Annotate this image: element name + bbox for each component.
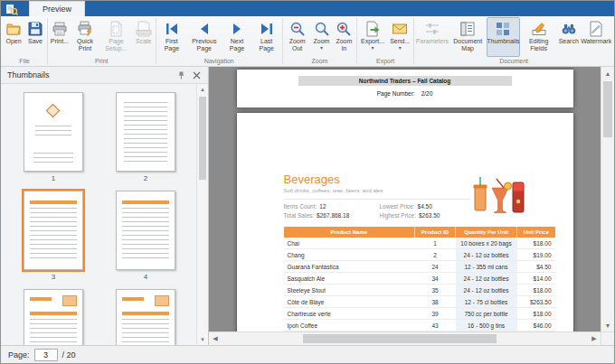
- table-cell: Chai: [284, 238, 415, 249]
- page-number-label: Page Number:: [377, 90, 415, 97]
- table-cell: 12 - 75 cl bottles: [456, 296, 517, 308]
- send-label: Send...: [390, 38, 410, 45]
- editing-fields-button[interactable]: Editing Fields: [520, 17, 557, 57]
- parameters-button[interactable]: Parameters: [415, 17, 449, 57]
- last-page-button[interactable]: Last Page: [252, 17, 281, 57]
- thumbnail-page-number: 3: [52, 273, 55, 281]
- scroll-up-arrow[interactable]: ▲: [197, 84, 208, 95]
- parameters-label: Parameters: [416, 38, 449, 45]
- parameters-icon: [424, 21, 440, 37]
- zoom-in-button[interactable]: Zoom In: [333, 17, 356, 57]
- watermark-label: Watermark: [581, 38, 611, 45]
- table-cell: $18.00: [517, 285, 555, 296]
- table-row: Steeleye Stout3524 - 12 oz bottles$18.00: [284, 285, 555, 296]
- table-cell: $18.00: [517, 308, 555, 320]
- table-row: Guaraná Fantástica2412 - 355 ml cans$4.5…: [284, 261, 555, 273]
- table-row: Ipoh Coffee4316 - 500 g tins$46.00: [284, 320, 555, 331]
- editing-fields-label: Editing Fields: [523, 38, 554, 52]
- thumbnail-item: 4: [116, 191, 175, 281]
- thumbnail-page-4[interactable]: [116, 191, 175, 270]
- search-button[interactable]: Search: [557, 17, 580, 57]
- table-cell: 39: [415, 308, 456, 320]
- scroll-down-arrow[interactable]: ▼: [197, 334, 208, 345]
- first-page-label: First Page: [160, 38, 184, 52]
- column-header: Product Name: [284, 227, 415, 238]
- thumbnails-scrollbar[interactable]: ▲ ▼: [196, 84, 208, 345]
- table-cell: Chartreuse verte: [284, 308, 415, 320]
- category-subtitle: Soft drinks, coffees, teas, beers, and a…: [284, 188, 470, 193]
- quick-print-button[interactable]: Quick Print: [71, 17, 99, 57]
- print-label: Print...: [51, 38, 69, 45]
- table-cell: 16 - 500 g tins: [456, 320, 517, 331]
- thumbnail-page-2[interactable]: [116, 92, 175, 172]
- ribbon-group-navigation: First Page Previous Page Next Page Last …: [156, 16, 282, 66]
- zoom-button[interactable]: Zoom ▾: [311, 17, 333, 57]
- save-button[interactable]: Save: [24, 17, 46, 57]
- thumbnail-page-5[interactable]: [24, 289, 83, 345]
- last-page-icon: [259, 21, 275, 37]
- thumbnails-panel-title: Thumbnails: [7, 70, 172, 79]
- last-page-label: Last Page: [255, 38, 279, 52]
- scrollbar-thumb[interactable]: [303, 334, 497, 343]
- table-cell: $14.00: [517, 273, 555, 285]
- scroll-down-arrow[interactable]: ▼: [601, 319, 614, 331]
- thumbnail-page-6[interactable]: [116, 289, 175, 345]
- tab-preview[interactable]: Preview: [29, 1, 85, 16]
- scroll-right-arrow[interactable]: ▶: [588, 332, 601, 345]
- report-header-bar: Northwind Traders – Fall Catalog: [298, 76, 512, 86]
- previous-page-button[interactable]: Previous Page: [186, 17, 222, 57]
- scroll-left-arrow[interactable]: ◀: [209, 332, 222, 345]
- category-stats: Items Count:12Lowest Price:$4.50Total Sa…: [284, 199, 470, 219]
- scale-button[interactable]: Scale: [133, 17, 155, 57]
- print-button[interactable]: Print...: [49, 17, 71, 57]
- first-page-button[interactable]: First Page: [157, 17, 187, 57]
- table-cell: 10 boxes x 20 bags: [456, 238, 517, 249]
- zoom-out-button[interactable]: Zoom Out: [284, 17, 311, 57]
- document-map-button[interactable]: Document Map: [449, 17, 487, 57]
- zoom-dropdown-arrow: ▾: [320, 45, 323, 51]
- watermark-icon: [588, 21, 604, 37]
- status-bar: Page: / 20: [1, 345, 614, 363]
- next-page-button[interactable]: Next Page: [222, 17, 251, 57]
- export-button[interactable]: Export... ▾: [358, 17, 387, 57]
- table-cell: Guaraná Fantástica: [284, 261, 415, 273]
- pin-icon[interactable]: [175, 70, 187, 81]
- column-header: Product ID: [415, 227, 456, 238]
- preview-vertical-scrollbar[interactable]: ▲ ▼: [601, 67, 614, 331]
- ribbon-group-file: Open Save File: [2, 16, 47, 66]
- save-label: Save: [28, 38, 43, 45]
- scrollbar-thumb[interactable]: [199, 97, 206, 180]
- products-table: Product NameProduct IDQuantity Per UnitU…: [284, 227, 555, 331]
- zoom-out-label: Zoom Out: [287, 38, 308, 52]
- thumbnails-label: Thumbnails: [487, 38, 519, 45]
- thumbnail-page-3[interactable]: [24, 191, 83, 270]
- page-setup-button[interactable]: Page Setup...: [99, 17, 133, 57]
- page-setup-label: Page Setup...: [102, 38, 130, 52]
- document-map-icon: [459, 21, 476, 37]
- table-cell: 24 - 12 oz bottles: [456, 285, 517, 296]
- ribbon-group-label-navigation: Navigation: [157, 57, 281, 66]
- page-number-line: Page Number: 2/20: [237, 90, 573, 97]
- previous-page-label: Previous Page: [189, 38, 219, 52]
- close-icon[interactable]: [191, 70, 203, 81]
- thumbnail-item: 2: [116, 92, 175, 182]
- page-number-input[interactable]: [34, 349, 58, 361]
- preview-canvas[interactable]: Northwind Traders – Fall Catalog Page Nu…: [209, 67, 601, 331]
- save-icon: [27, 21, 43, 37]
- send-button[interactable]: Send... ▾: [387, 17, 412, 57]
- thumbnail-page-number: 4: [144, 273, 147, 281]
- watermark-button[interactable]: Watermark: [580, 17, 612, 57]
- scrollbar-thumb[interactable]: [603, 81, 612, 137]
- column-header: Quantity Per Unit: [456, 227, 517, 238]
- previous-page-icon: [196, 21, 213, 37]
- open-icon: [5, 21, 22, 37]
- scroll-up-arrow[interactable]: ▲: [601, 67, 614, 79]
- thumbnails-button[interactable]: Thumbnails: [487, 17, 521, 57]
- app-icon: [5, 3, 18, 14]
- table-row: Sasquatch Ale3424 - 12 oz bottles$14.00: [284, 273, 555, 285]
- preview-horizontal-scrollbar[interactable]: ◀ ▶: [209, 331, 601, 345]
- editing-fields-icon: [531, 21, 547, 37]
- ribbon-group-label-zoom: Zoom: [284, 57, 356, 66]
- open-button[interactable]: Open: [3, 17, 24, 57]
- thumbnail-page-1[interactable]: [24, 92, 83, 172]
